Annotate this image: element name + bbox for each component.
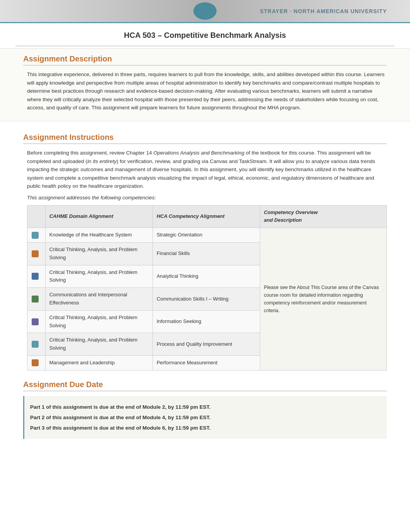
hca-cell: Strategic Orientation [152,228,260,243]
assignment-due-date-section: Assignment Due Date Part 1 of this assig… [0,376,410,450]
assignment-description-title: Assignment Description [23,54,387,66]
cahme-cell: Critical Thinking, Analysis, and Problem… [45,333,152,356]
table-row: Knowledge of the Healthcare SystemStrate… [27,228,387,243]
assignment-instructions-text: Before completing this assignment, revie… [27,149,387,190]
cahme-cell: Communications and Interpersonal Effecti… [45,288,152,311]
color-dot [32,250,39,257]
overview-cell: Please see the About This Course area of… [260,228,386,371]
color-dot [32,341,39,348]
color-dot [32,232,39,239]
competency-table: CAHME Domain Alignment HCA Competency Al… [27,205,387,371]
color-indicator-cell [27,355,46,370]
assignment-description-section: Assignment Description This integrative … [0,48,410,121]
hca-cell: Analytical Thinking [152,265,260,288]
header-banner: STRAYER · NORTH AMERICAN UNIVERSITY [0,0,410,23]
hca-cell: Communication Skills I – Writing [152,288,260,311]
cahme-cell: Knowledge of the Healthcare System [45,228,152,243]
hca-cell: Performance Measurement [152,355,260,370]
color-indicator-cell [27,288,46,311]
page-title: HCA 503 – Competitive Benchmark Analysis [0,23,410,44]
hca-header: HCA Competency Alignment [152,205,260,228]
assignment-instructions-title: Assignment Instructions [23,133,387,144]
color-indicator-cell [27,265,46,288]
color-dot [32,318,39,325]
assignment-instructions-section: Assignment Instructions Before completin… [0,127,410,376]
hca-cell: Process and Quality Improvement [152,333,260,356]
assignment-due-date-title: Assignment Due Date [23,380,387,391]
cahme-cell: Management and Leadership [45,355,152,370]
assignment-instructions-body: Before completing this assignment, revie… [23,149,387,371]
cahme-header: CAHME Domain Alignment [45,205,152,228]
competencies-intro: This assignment addresses the following … [27,194,387,202]
color-indicator-cell [27,228,46,243]
color-indicator-cell [27,333,46,356]
due-date-line-1: Part 1 of this assignment is due at the … [30,402,381,412]
header-logo [193,2,217,20]
hca-cell: Information Seeking [152,310,260,333]
overview-header: Competency Overviewand Description [260,205,386,228]
title-divider [15,46,395,46]
overview-header-text: Competency Overviewand Description [264,209,318,223]
color-dot [32,296,39,303]
assignment-description-text: This integrative experience, delivered i… [27,70,387,112]
color-indicator-cell [27,242,46,265]
cahme-cell: Critical Thinking, Analysis, and Problem… [45,242,152,265]
hca-cell: Financial Skills [152,242,260,265]
col-spacer [27,205,46,228]
color-dot [32,359,39,366]
color-indicator-cell [27,310,46,333]
due-date-body: Part 1 of this assignment is due at the … [23,396,387,439]
cahme-cell: Critical Thinking, Analysis, and Problem… [45,310,152,333]
assignment-description-body: This integrative experience, delivered i… [23,70,387,112]
cahme-cell: Critical Thinking, Analysis, and Problem… [45,265,152,288]
due-date-line-3: Part 3 of this assignment is due at the … [30,423,381,433]
header-banner-text: STRAYER · NORTH AMERICAN UNIVERSITY [260,8,387,14]
due-date-line-2: Part 2 of this assignment is due at the … [30,412,381,423]
color-dot [32,273,39,280]
